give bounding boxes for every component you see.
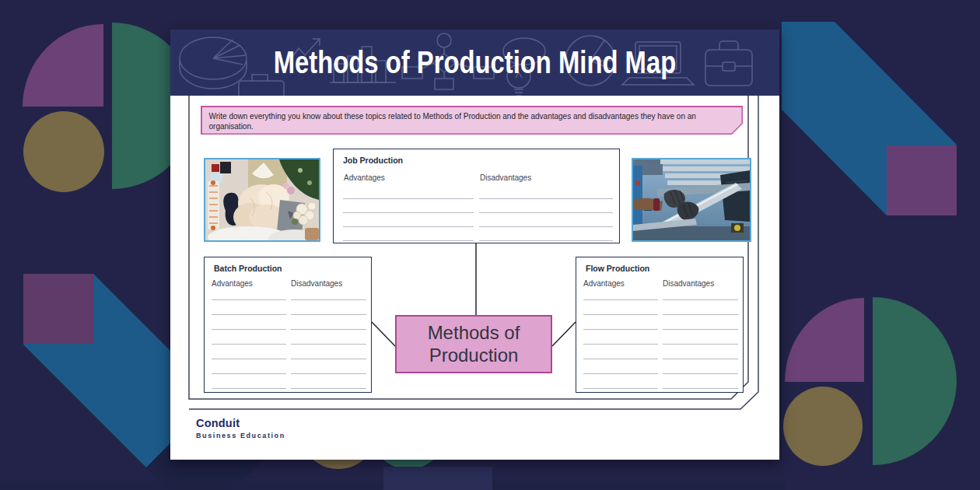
publisher-logo: Conduit Business Education [196,417,285,439]
square-navy-bottomcenter [383,467,492,490]
write-line [663,374,738,389]
write-line [212,315,286,330]
batch-production-box: Batch Production Advantages Disadvantage… [204,257,372,393]
central-topic-label: Methods of Production [397,322,551,367]
write-line [343,199,474,213]
ruler [208,181,219,229]
write-line [212,374,286,389]
box-title: Job Production [343,156,403,165]
write-line [291,359,366,374]
worksheet-page: Methods of Production Mind Map Write dow… [170,30,779,460]
write-line [583,359,658,374]
desktop-background: Methods of Production Mind Map Write dow… [0,0,980,490]
advantages-write-lines [583,285,658,389]
disadvantages-label: Disadvantages [480,173,531,182]
manufacturing-photo [632,158,751,242]
write-line [343,185,474,199]
write-line [583,345,658,359]
write-line [291,300,366,315]
write-line [663,359,738,374]
central-topic-box: Methods of Production [395,315,552,373]
circle-olive-topleft [23,111,104,192]
write-line [291,374,366,389]
worksheet-title: Methods of Production Mind Map [225,30,724,96]
write-line [291,345,366,359]
advantages-label: Advantages [344,173,385,182]
write-line [291,285,366,300]
write-line [479,227,613,241]
square-purple-bottomleft [23,274,93,344]
write-line [291,330,366,345]
write-line [212,330,286,345]
write-line [663,345,738,359]
write-line [212,300,286,315]
disadvantages-write-lines [663,285,738,389]
write-line [212,345,286,359]
job-production-box: Job Production Advantages Disadvantages [333,149,620,243]
square-purple-topright [887,145,957,215]
write-line [479,213,613,227]
worksheet-header-banner: Methods of Production Mind Map [170,30,779,96]
write-line [479,185,613,199]
write-line [343,227,474,241]
write-line [212,359,286,374]
flow-production-box: Flow Production Advantages Disadvantages [576,257,744,393]
publisher-tagline: Business Education [196,432,285,439]
write-line [583,285,658,300]
disadvantages-write-lines [479,185,613,241]
write-line [291,315,366,330]
connector-flow [552,322,576,346]
write-line [583,330,658,345]
connector-batch [372,322,395,346]
write-line [663,315,738,330]
write-line [583,300,658,315]
box-title: Flow Production [586,264,649,273]
advantages-write-lines [212,285,286,389]
advantages-write-lines [343,185,474,241]
write-line [663,300,738,315]
write-line [583,374,658,389]
circle-olive-bottomright [783,387,863,466]
instruction-box: Write down everything you know about the… [201,106,743,135]
instruction-box-inner: Write down everything you know about the… [202,107,742,134]
box-title: Batch Production [214,264,282,273]
publisher-name: Conduit [196,417,285,429]
write-line [663,330,738,345]
write-line [212,285,286,300]
instruction-text: Write down everything you know about the… [209,111,716,131]
write-line [663,285,738,300]
dressmaking-photo [204,158,320,242]
disadvantages-write-lines [291,285,366,389]
write-line [343,213,474,227]
write-line [479,199,613,213]
write-line [583,315,658,330]
